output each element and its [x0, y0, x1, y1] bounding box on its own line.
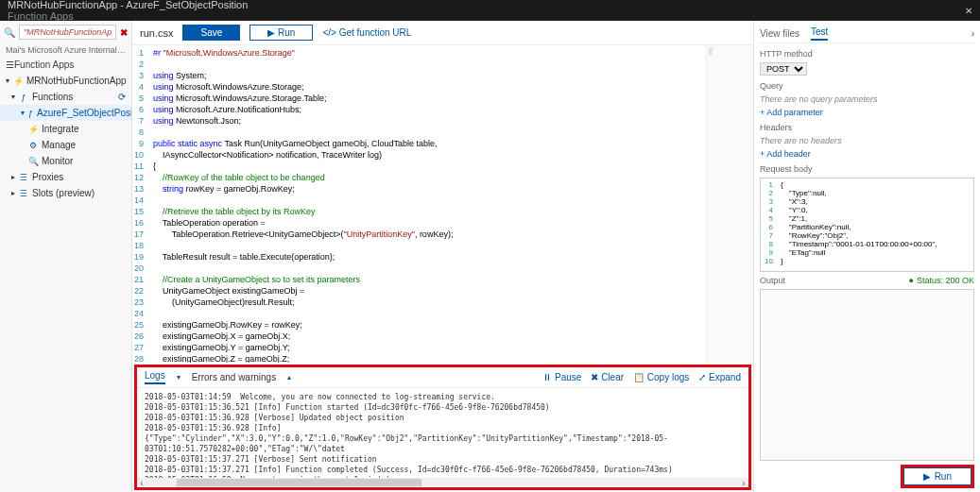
logs-output[interactable]: 2018-05-03T01:14:59 Welcome, you are now… — [137, 388, 748, 478]
chevron-right-icon: ▸ — [11, 189, 15, 197]
sidebar-current-function-label: AzureF_SetObjectPosition — [37, 108, 132, 118]
request-body-label: Request body — [760, 164, 974, 174]
copy-logs-button[interactable]: 📋 Copy logs — [633, 372, 689, 382]
titlebar-title: MRNotHubFunctionApp - AzureF_SetObjectPo… — [8, 0, 248, 22]
run-highlight: ▶ Run — [901, 465, 974, 488]
sidebar-functions-label: Functions — [32, 92, 73, 102]
page-name: AzureF_SetObjectPosition — [126, 0, 248, 10]
sidebar-manage[interactable]: ⚙ Manage — [0, 137, 131, 153]
integrate-icon: ⚡ — [28, 125, 38, 134]
function-icon: ƒ — [28, 109, 33, 118]
chevron-right-icon[interactable]: › — [971, 28, 974, 39]
function-apps-label: Function Apps — [14, 59, 74, 70]
query-empty-text: There are no query parameters — [760, 94, 974, 104]
logs-tab[interactable]: Logs — [145, 370, 165, 384]
sidebar-proxies-label: Proxies — [32, 172, 63, 182]
breadcrumb: Mai's Microsoft Azure Internal Consumpti… — [0, 43, 131, 57]
scroll-thumb[interactable] — [177, 479, 421, 486]
clear-search-icon[interactable]: ✖ — [120, 27, 128, 38]
http-method-label: HTTP method — [760, 49, 974, 59]
sidebar-functions[interactable]: ▾ ƒ Functions ⟳ — [0, 89, 131, 105]
sidebar-monitor-label: Monitor — [42, 156, 73, 166]
sidebar-proxies[interactable]: ▸ ☰ Proxies — [0, 169, 131, 185]
run-button[interactable]: ▶ Run — [249, 25, 313, 41]
errors-tab[interactable]: Errors and warnings — [192, 372, 276, 382]
titlebar: MRNotHubFunctionApp - AzureF_SetObjectPo… — [0, 0, 980, 21]
output-label: Output — [760, 276, 785, 285]
sidebar-integrate-label: Integrate — [42, 124, 78, 134]
chevron-down-icon[interactable]: ▾ — [177, 373, 181, 382]
sidebar-function-apps[interactable]: ☰ Function Apps — [0, 57, 131, 73]
copy-label: Copy logs — [647, 372, 689, 382]
functions-icon: ƒ — [19, 93, 28, 102]
list-icon: ☰ — [6, 59, 14, 70]
chevron-down-icon: ▾ — [6, 76, 9, 85]
test-panel: View files Test › HTTP method POST Query… — [753, 21, 980, 492]
lightning-icon: ⚡ — [13, 76, 23, 86]
scroll-left-icon[interactable]: ‹ — [137, 478, 146, 488]
headers-label: Headers — [760, 123, 974, 132]
http-method-select[interactable]: POST — [760, 62, 807, 76]
logs-panel: Logs ▾ Errors and warnings ▴ ⏸ Pause ✖ C… — [134, 365, 751, 490]
get-function-url-link[interactable]: </> Get function URL — [322, 27, 411, 38]
save-button[interactable]: Save — [182, 25, 240, 41]
add-header-link[interactable]: + Add header — [760, 149, 974, 159]
output-box — [760, 289, 974, 461]
expand-button[interactable]: ⤢ Expand — [698, 372, 741, 382]
headers-empty-text: There are no headers — [760, 136, 974, 145]
sidebar-slots[interactable]: ▸ ☰ Slots (preview) — [0, 185, 131, 201]
search-icon: 🔍 — [4, 27, 15, 38]
request-body-editor[interactable]: 12345678910 { "Type":null, "X":3, "Y":0,… — [760, 178, 974, 272]
sidebar-slots-label: Slots (preview) — [32, 188, 95, 198]
view-files-tab[interactable]: View files — [760, 28, 799, 39]
sidebar-current-function[interactable]: ▾ ƒ AzureF_SetObjectPosition — [0, 105, 131, 121]
slots-icon: ☰ — [19, 189, 28, 198]
sidebar-app-label: MRNotHubFunctionApp — [26, 76, 127, 86]
toolbar: run.csx Save ▶ Run </> Get function URL — [132, 21, 753, 45]
editor-gutter: 1234567891011121314151617181920212223242… — [132, 45, 149, 363]
chevron-right-icon: ▸ — [11, 173, 15, 181]
chevron-up-icon[interactable]: ▴ — [287, 373, 291, 382]
editor-minimap[interactable]: ▮▮▮▮▮▮▮▮▮▮▮▮▮▮▮▮▮▮▮▮▮▮▮▮▮▮▮▮▮▮▮▮ — [706, 45, 753, 363]
logs-scrollbar[interactable]: ‹ › — [137, 478, 748, 487]
sidebar-monitor[interactable]: 🔍 Monitor — [0, 153, 131, 169]
scroll-right-icon[interactable]: › — [739, 478, 748, 488]
close-icon[interactable]: ✕ — [965, 6, 972, 16]
run-button-label: Run — [278, 27, 295, 38]
file-tab: run.csx — [140, 27, 173, 39]
refresh-icon[interactable]: ⟳ — [118, 92, 126, 102]
run-test-label: Run — [935, 471, 952, 482]
sidebar: 🔍 ✖ Mai's Microsoft Azure Internal Consu… — [0, 21, 132, 492]
sidebar-integrate[interactable]: ⚡ Integrate — [0, 121, 131, 137]
status-badge: Status: 200 OK — [909, 276, 974, 285]
gear-icon: ⚙ — [28, 141, 38, 150]
proxies-icon: ☰ — [19, 173, 28, 182]
pause-label: Pause — [555, 372, 581, 382]
add-parameter-link[interactable]: + Add parameter — [760, 108, 974, 117]
monitor-icon: 🔍 — [28, 157, 38, 166]
chevron-down-icon: ▾ — [21, 109, 25, 117]
expand-label: Expand — [709, 372, 741, 382]
clear-label: Clear — [601, 372, 624, 382]
query-label: Query — [760, 81, 974, 91]
chevron-down-icon: ▾ — [11, 93, 15, 101]
sidebar-manage-label: Manage — [42, 140, 76, 150]
editor-code[interactable]: #r "Microsoft.WindowsAzure.Storage" usin… — [149, 45, 474, 363]
clear-button[interactable]: ✖ Clear — [591, 372, 624, 382]
sidebar-app[interactable]: ▾ ⚡ MRNotHubFunctionApp — [0, 73, 131, 89]
app-name: MRNotHubFunctionApp — [8, 0, 117, 10]
test-tab[interactable]: Test — [811, 26, 828, 41]
search-input[interactable] — [19, 25, 116, 40]
body-gutter: 12345678910 — [761, 178, 777, 271]
pause-button[interactable]: ⏸ Pause — [542, 372, 581, 382]
code-editor[interactable]: 1234567891011121314151617181920212223242… — [132, 45, 706, 363]
body-code[interactable]: { "Type":null, "X":3, "Y":0, "Z":1, "Par… — [777, 178, 941, 271]
run-test-button[interactable]: ▶ Run — [903, 467, 971, 485]
